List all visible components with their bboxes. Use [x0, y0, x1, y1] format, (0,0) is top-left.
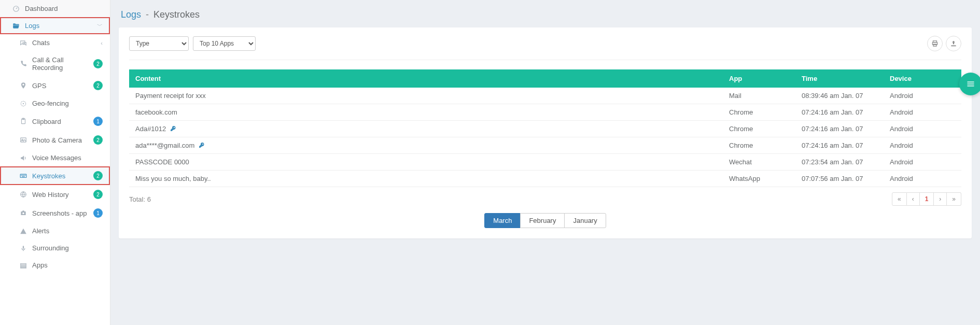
cell-content: facebook.com: [129, 104, 723, 121]
svg-point-2: [23, 103, 24, 104]
cell-app: Wechat: [723, 154, 795, 171]
content-card: Type Top 10 Apps Content App: [119, 27, 972, 238]
sidebar-item-gps[interactable]: GPS2: [0, 76, 110, 95]
month-tab-january[interactable]: January: [564, 213, 606, 228]
svg-rect-18: [21, 267, 26, 268]
sidebar-item-dashboard[interactable]: Dashboard: [0, 0, 110, 17]
cell-app: Mail: [723, 88, 795, 104]
table-row[interactable]: Miss you so much, baby..WhatsApp07:07:56…: [129, 171, 961, 187]
sidebar-item-apps[interactable]: Apps: [0, 257, 110, 274]
print-icon: [931, 40, 939, 47]
col-device[interactable]: Device: [884, 69, 961, 88]
breadcrumb-separator: -: [146, 9, 149, 20]
cell-content: Payment receipt for xxx: [129, 88, 723, 104]
svg-rect-7: [20, 174, 26, 177]
cell-time: 07:24:16 am Jan. 07: [795, 137, 884, 154]
sidebar-item-voice-messages[interactable]: Voice Messages: [0, 149, 110, 166]
count-badge: 2: [93, 81, 103, 90]
cell-time: 08:39:46 am Jan. 07: [795, 88, 884, 104]
sidebar-item-photo-camera[interactable]: Photo & Camera2: [0, 131, 110, 149]
gps-icon: [19, 82, 28, 89]
count-badge: 2: [93, 190, 103, 199]
breadcrumb-parent[interactable]: Logs: [121, 9, 141, 20]
print-button[interactable]: [927, 36, 943, 51]
sidebar-item-alerts[interactable]: Alerts: [0, 222, 110, 239]
count-badge: 2: [93, 59, 103, 68]
month-tab-march[interactable]: March: [484, 213, 521, 228]
sidebar-item-label: Dashboard: [25, 5, 103, 12]
sidebar-item-geo-fencing[interactable]: Geo-fencing: [0, 95, 110, 112]
table-row[interactable]: Payment receipt for xxxMail08:39:46 am J…: [129, 88, 961, 104]
svg-point-8: [21, 175, 22, 176]
voice-messages-icon: [19, 154, 28, 162]
main-content: Logs - Keystrokes Type Top 10 Apps: [110, 0, 980, 325]
keystrokes-table: Content App Time Device Payment receipt …: [129, 69, 961, 187]
key-icon: [199, 142, 205, 149]
sidebar-item-label: Web History: [32, 191, 93, 199]
sidebar-item-label: Keystrokes: [32, 172, 93, 180]
filter-top-apps-select[interactable]: Top 10 Apps: [193, 36, 256, 51]
month-tabs: MarchFebruaryJanuary: [129, 213, 961, 228]
geo-fencing-icon: [19, 100, 28, 107]
sidebar-item-surrounding[interactable]: Surrounding: [0, 239, 110, 257]
page-next[interactable]: ›: [934, 192, 947, 206]
sidebar-item-web-history[interactable]: Web History2: [0, 185, 110, 204]
cell-time: 07:24:16 am Jan. 07: [795, 104, 884, 121]
sidebar-item-label: Geo-fencing: [32, 100, 103, 107]
sidebar-item-label: Logs: [25, 22, 97, 30]
count-badge: 2: [93, 171, 103, 180]
surrounding-icon: [19, 245, 28, 252]
col-time[interactable]: Time: [795, 69, 884, 88]
sidebar-item-label: Screenshots - app: [32, 209, 93, 217]
table-row[interactable]: PASSCODE 0000Wechat07:23:54 am Jan. 07An…: [129, 154, 961, 171]
cell-device: Android: [884, 104, 961, 121]
col-content[interactable]: Content: [129, 69, 723, 88]
count-badge: 1: [93, 117, 103, 126]
table-row[interactable]: ada****@gmail.com Chrome07:24:16 am Jan.…: [129, 137, 961, 154]
sidebar-item-clipboard[interactable]: Clipboard1: [0, 112, 110, 131]
total-count: Total: 6: [129, 195, 151, 203]
table-row[interactable]: Ada#1012 Chrome07:24:16 am Jan. 07Androi…: [129, 121, 961, 137]
sidebar-item-label: GPS: [32, 82, 93, 90]
keystrokes-icon: [19, 172, 28, 179]
col-app[interactable]: App: [723, 69, 795, 88]
svg-rect-17: [21, 265, 26, 266]
sidebar-item-chats[interactable]: Chats‹: [0, 34, 110, 51]
count-badge: 1: [93, 208, 103, 218]
count-badge: 2: [93, 135, 103, 145]
svg-point-11: [25, 175, 25, 176]
screenshots-app-icon: [19, 209, 28, 217]
cell-device: Android: [884, 121, 961, 137]
cell-device: Android: [884, 137, 961, 154]
table-row[interactable]: facebook.comChrome07:24:16 am Jan. 07And…: [129, 104, 961, 121]
table-footer: Total: 6 « ‹ 1 › »: [129, 192, 961, 206]
cell-time: 07:23:54 am Jan. 07: [795, 154, 884, 171]
svg-point-9: [22, 175, 23, 176]
sidebar-item-keystrokes[interactable]: Keystrokes2: [0, 166, 110, 185]
folder-open-icon: [11, 22, 21, 30]
cell-content: PASSCODE 0000: [129, 154, 723, 171]
cell-device: Android: [884, 88, 961, 104]
sidebar-item-call-call-recording[interactable]: Call & Call Recording2: [0, 51, 110, 76]
page-prev[interactable]: ‹: [907, 192, 920, 206]
page-number[interactable]: 1: [920, 192, 934, 206]
cell-app: Chrome: [723, 137, 795, 154]
sidebar: Dashboard Logs ﹀ Chats‹Call & Call Recor…: [0, 0, 110, 325]
filter-type-select[interactable]: Type: [129, 36, 189, 51]
web-history-icon: [19, 191, 28, 198]
clipboard-icon: [19, 118, 28, 125]
page-last[interactable]: »: [947, 192, 961, 206]
export-button[interactable]: [946, 36, 961, 51]
cell-device: Android: [884, 154, 961, 171]
cell-content: Ada#1012: [129, 121, 723, 137]
svg-rect-16: [21, 263, 26, 264]
floating-menu-button[interactable]: [959, 73, 980, 95]
month-tab-february[interactable]: February: [520, 213, 565, 228]
key-icon: [170, 125, 176, 133]
sidebar-item-logs[interactable]: Logs ﹀: [0, 17, 110, 34]
cell-content: Miss you so much, baby..: [129, 171, 723, 187]
cell-app: WhatsApp: [723, 171, 795, 187]
sidebar-item-screenshots-app[interactable]: Screenshots - app1: [0, 204, 110, 222]
sidebar-item-label: Surrounding: [32, 244, 103, 252]
page-first[interactable]: «: [892, 192, 907, 206]
